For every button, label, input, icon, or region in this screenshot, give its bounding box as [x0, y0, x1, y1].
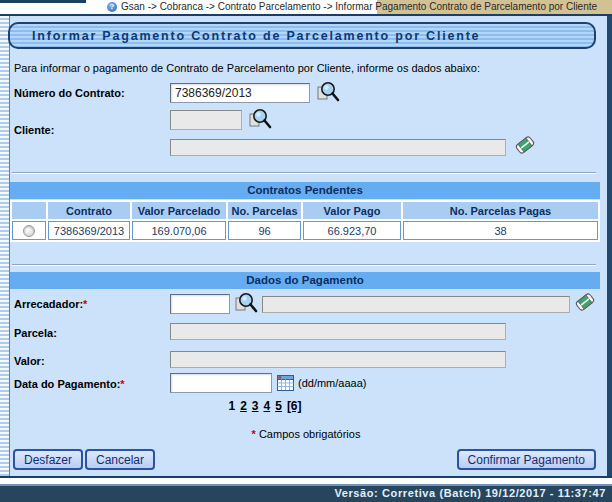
client-name-input [170, 139, 506, 156]
column-header-no-parcelas: No. Parcelas [228, 202, 301, 219]
client-code-input [170, 110, 242, 130]
help-icon[interactable]: ? [107, 2, 117, 12]
undo-button[interactable]: Desfazer [13, 449, 83, 470]
table-header-row: Contrato Valor Parcelado No. Parcelas Va… [12, 202, 598, 219]
left-ridge-decoration [0, 16, 10, 476]
pagination-link[interactable]: 4 [264, 399, 271, 413]
column-header-valor-parcelado: Valor Parcelado [132, 202, 226, 219]
cell-no-parcelas: 96 [228, 221, 301, 240]
collector-label: Arrecadador:* [14, 298, 87, 310]
amount-input [170, 351, 506, 368]
pagination-link[interactable]: 5 [275, 399, 282, 413]
required-fields-note: * Campos obrigatórios [0, 428, 612, 440]
version-footer: Versão: Corretiva (Batch) 19/12/2017 - 1… [0, 484, 612, 502]
gsan-window: ? Gsan -> Cobranca -> Contrato Parcelame… [0, 0, 612, 502]
table-row: 7386369/2013 169.070,06 96 66.923,70 38 [12, 221, 598, 240]
right-edge-decoration [607, 16, 612, 476]
required-marker: * [83, 298, 87, 310]
page-title-bar: Informar Pagamento Contrato de Parcelame… [8, 22, 596, 49]
collector-code-input[interactable] [170, 294, 230, 314]
search-icon[interactable] [234, 291, 258, 315]
required-marker: * [120, 378, 124, 390]
breadcrumb-bar: ? Gsan -> Cobranca -> Contrato Parcelame… [0, 0, 612, 16]
pagination-link[interactable]: 2 [240, 399, 247, 413]
payment-date-label: Data do Pagamento:* [14, 378, 125, 390]
separator [12, 172, 596, 174]
payment-section-header: Dados do Pagamento [10, 272, 600, 289]
contract-number-input[interactable] [170, 83, 310, 103]
pagination-link[interactable]: 3 [252, 399, 259, 413]
installment-input [170, 323, 506, 340]
client-label: Cliente: [14, 124, 54, 136]
column-header-contrato: Contrato [48, 202, 130, 219]
pending-contract-radio[interactable] [23, 225, 35, 237]
column-header-parcelas-pagas: No. Parcelas Pagas [403, 202, 598, 219]
version-text: Versão: Corretiva (Batch) 19/12/2017 - 1… [334, 487, 606, 499]
column-header-valor-pago: Valor Pago [303, 202, 401, 219]
cell-contrato: 7386369/2013 [48, 221, 130, 240]
pending-contracts-table: Contrato Valor Parcelado No. Parcelas Va… [10, 200, 600, 242]
main-content: Informar Pagamento Contrato de Parcelame… [0, 16, 612, 478]
eraser-icon[interactable] [514, 134, 536, 156]
instruction-text: Para informar o pagamento de Contrato de… [14, 62, 480, 74]
calendar-icon[interactable] [277, 375, 294, 391]
breadcrumb[interactable]: Gsan -> Cobranca -> Contrato Parcelament… [121, 1, 597, 12]
pagination-current: 1 [228, 399, 235, 413]
amount-label: Valor: [14, 355, 45, 367]
cancel-button[interactable]: Cancelar [85, 449, 155, 470]
confirm-payment-button[interactable]: Confirmar Pagamento [457, 449, 596, 470]
date-format-hint: (dd/mm/aaaa) [298, 377, 366, 389]
pagination-link[interactable]: [6] [287, 399, 302, 413]
search-icon[interactable] [316, 80, 340, 104]
cell-valor-parcelado: 169.070,06 [132, 221, 226, 240]
payment-date-input[interactable] [170, 373, 272, 393]
eraser-icon[interactable] [574, 291, 596, 313]
installment-label: Parcela: [14, 327, 57, 339]
contract-number-label: Número do Contrato: [14, 87, 125, 99]
separator [12, 264, 596, 266]
top-left-edge [0, 0, 86, 3]
pending-contracts-header: Contratos Pendentes [10, 182, 600, 199]
radio-cell [12, 221, 46, 240]
collector-name-input [262, 296, 570, 313]
cell-parcelas-pagas: 38 [403, 221, 598, 240]
search-icon[interactable] [248, 107, 272, 131]
cell-valor-pago: 66.923,70 [303, 221, 401, 240]
column-header-radio [12, 202, 46, 219]
page-title: Informar Pagamento Contrato de Parcelame… [32, 29, 480, 43]
pagination: 12345[6] [150, 399, 380, 413]
required-marker: * [252, 428, 256, 440]
